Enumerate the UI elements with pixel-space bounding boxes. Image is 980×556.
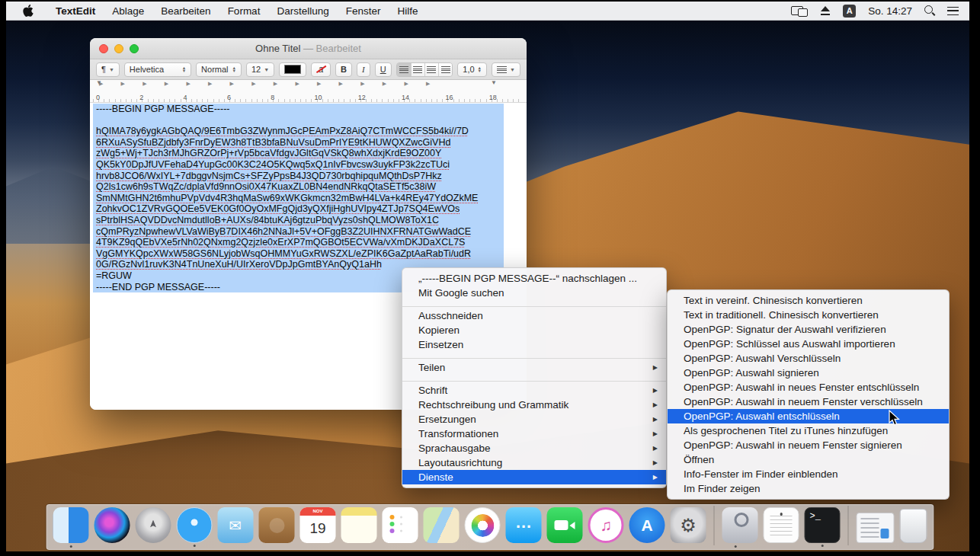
line-spacing-stepper[interactable]	[478, 66, 482, 73]
context-menu-item-share[interactable]: Teilen	[402, 360, 666, 375]
context-menu-item-cut[interactable]: Ausschneiden	[402, 308, 666, 323]
tab-stop-marker[interactable]	[274, 81, 277, 87]
font-family-stepper[interactable]	[182, 66, 186, 73]
tab-stop-marker[interactable]	[208, 81, 212, 87]
eject-icon[interactable]	[820, 6, 831, 15]
menu-bar-item[interactable]: Bearbeiten	[152, 5, 219, 17]
typeface-select[interactable]: Normal	[196, 62, 242, 77]
menu-bar-item[interactable]: Darstellung	[268, 5, 337, 17]
align-right-button[interactable]	[424, 63, 438, 76]
underline-button[interactable]: U	[375, 62, 392, 77]
tab-stop-marker[interactable]	[426, 81, 430, 87]
context-menu-item-services[interactable]: Dienste	[402, 470, 666, 484]
tab-stop-marker[interactable]	[339, 81, 343, 87]
dock-item-maps[interactable]	[424, 507, 460, 543]
tab-stop-marker[interactable]	[317, 81, 321, 87]
tab-stop-marker[interactable]	[230, 81, 234, 87]
paragraph-styles-button[interactable]: ¶	[96, 62, 120, 77]
dock-item-terminal[interactable]: >_	[805, 507, 841, 543]
dock-item-contacts[interactable]	[259, 507, 295, 543]
context-menu-item-font[interactable]: Schrift	[402, 383, 666, 398]
tab-stop-marker[interactable]	[186, 81, 190, 87]
dock-item-itunes[interactable]: ♫	[588, 507, 624, 543]
dock-item-siri[interactable]	[94, 507, 130, 543]
strike-color-button[interactable]: a	[311, 62, 331, 77]
list-style-button[interactable]	[492, 62, 520, 77]
font-family-select[interactable]: Helvetica	[124, 62, 191, 77]
submenu-item-convert-traditional-chinese[interactable]: Text in traditionell. Chinesisch konvert…	[668, 308, 949, 322]
submenu-item-openpgp-sign-new-window[interactable]: OpenPGP: Auswahl in neuem Fenster signie…	[668, 438, 949, 452]
tab-stop-marker[interactable]	[360, 81, 364, 87]
dock-item-app-store[interactable]: A	[629, 507, 665, 543]
dock-item-textedit[interactable]	[764, 507, 799, 543]
dock-item-trash[interactable]	[900, 509, 927, 543]
dock-item-facetime[interactable]	[547, 507, 583, 543]
submenu-item-open[interactable]: Öffnen	[668, 452, 949, 467]
submenu-item-openpgp-import-key[interactable]: OpenPGP: Schlüssel aus Auswahl importier…	[668, 337, 949, 351]
indent-marker-left[interactable]	[96, 79, 102, 86]
margin-marker-right[interactable]	[491, 79, 497, 86]
displays-icon[interactable]	[791, 6, 808, 16]
notification-center-icon[interactable]	[947, 7, 959, 15]
submenu-item-openpgp-decrypt-new-window[interactable]: OpenPGP: Auswahl in neues Fenster entsch…	[668, 380, 949, 395]
tab-stop-marker[interactable]	[121, 81, 125, 87]
spotlight-search-icon[interactable]	[924, 5, 935, 16]
submenu-item-show-in-finder[interactable]: Im Finder zeigen	[668, 481, 949, 496]
context-menu-item-transformations[interactable]: Transformationen	[402, 427, 666, 441]
dock-item-messages[interactable]: …	[506, 507, 542, 543]
text-color-well[interactable]	[279, 62, 306, 77]
dock-item-photos[interactable]	[465, 507, 501, 543]
submenu-item-openpgp-verify-signature[interactable]: OpenPGP: Signatur der Auswahl verifizier…	[668, 322, 949, 337]
context-menu-item-copy[interactable]: Kopieren	[402, 323, 666, 337]
tab-stop-marker[interactable]	[165, 81, 168, 87]
dock-item-reminders[interactable]	[383, 507, 418, 543]
submenu-item-show-info-finder[interactable]: Info-Fenster im Finder einblenden	[668, 467, 949, 481]
zoom-button[interactable]	[130, 44, 139, 53]
ruler[interactable]: 024681012141618	[90, 80, 527, 103]
align-justify-button[interactable]	[438, 63, 452, 76]
submenu-item-openpgp-decrypt-selection[interactable]: OpenPGP: Auswahl entschlüsseln	[668, 409, 949, 423]
dock-item-notes[interactable]	[341, 507, 377, 543]
menu-bar-item[interactable]: Fenster	[338, 5, 389, 17]
dock-item-mail[interactable]: ✉	[218, 507, 254, 543]
context-menu-item-lookup[interactable]: „-----BEGIN PGP MESSAGE--“ nachschlagen …	[402, 271, 666, 286]
context-menu-item-speech[interactable]: Sprachausgabe	[402, 441, 666, 455]
submenu-item-openpgp-encrypt-selection[interactable]: OpenPGP: Auswahl Verschlüsseln	[668, 351, 949, 366]
tab-stop-marker[interactable]	[383, 81, 386, 87]
minimize-button[interactable]	[114, 44, 123, 53]
tab-stop-marker[interactable]	[404, 81, 408, 87]
tab-stop-marker[interactable]	[143, 81, 146, 87]
align-left-button[interactable]	[397, 63, 411, 76]
dock-item-calendar[interactable]: NOV 19	[300, 507, 336, 543]
dock-item-launchpad[interactable]	[136, 507, 171, 543]
tab-stop-marker[interactable]	[295, 81, 299, 87]
context-menu-item-spelling-grammar[interactable]: Rechtschreibung und Grammatik	[402, 398, 666, 412]
font-size-select[interactable]: 12	[246, 62, 274, 77]
dock-item-keychain-access[interactable]	[722, 507, 758, 543]
dock-item-minimized-window[interactable]	[857, 513, 895, 543]
menu-bar-item[interactable]: Ablage	[104, 5, 152, 17]
italic-button[interactable]: I	[357, 62, 370, 77]
bold-button[interactable]: B	[335, 62, 352, 77]
dock-item-system-preferences[interactable]: ⚙	[671, 507, 706, 543]
context-menu-item-search-google[interactable]: Mit Google suchen	[402, 286, 666, 300]
context-menu-item-substitutions[interactable]: Ersetzungen	[402, 412, 666, 427]
typeface-stepper[interactable]	[232, 66, 235, 73]
dock-item-safari[interactable]	[177, 507, 213, 543]
close-button[interactable]	[99, 44, 108, 53]
submenu-item-add-spoken-track-itunes[interactable]: Als gesprochenen Titel zu iTunes hinzufü…	[668, 423, 949, 438]
line-spacing-select[interactable]: 1,0	[457, 62, 487, 77]
apple-menu-icon[interactable]	[23, 5, 34, 17]
submenu-item-convert-simplified-chinese[interactable]: Text in vereinf. Chinesisch konvertieren	[668, 293, 949, 308]
context-menu-item-paste[interactable]: Einsetzen	[402, 337, 666, 352]
menu-bar-item[interactable]: Format	[219, 5, 269, 17]
context-menu-item-layout-orientation[interactable]: Layoutausrichtung	[402, 455, 666, 470]
tab-stop-marker[interactable]	[251, 81, 255, 87]
menu-bar-item[interactable]: Hilfe	[389, 5, 426, 17]
window-titlebar[interactable]: Ohne Titel — Bearbeitet	[90, 38, 527, 59]
menu-bar-item[interactable]: TextEdit	[47, 5, 104, 17]
submenu-item-openpgp-encrypt-new-window[interactable]: OpenPGP: Auswahl in neuem Fenster versch…	[668, 395, 949, 409]
menu-bar-clock[interactable]: So. 14:27	[868, 5, 912, 17]
submenu-item-openpgp-sign-selection[interactable]: OpenPGP: Auswahl signieren	[668, 366, 949, 380]
align-center-button[interactable]	[411, 63, 424, 76]
